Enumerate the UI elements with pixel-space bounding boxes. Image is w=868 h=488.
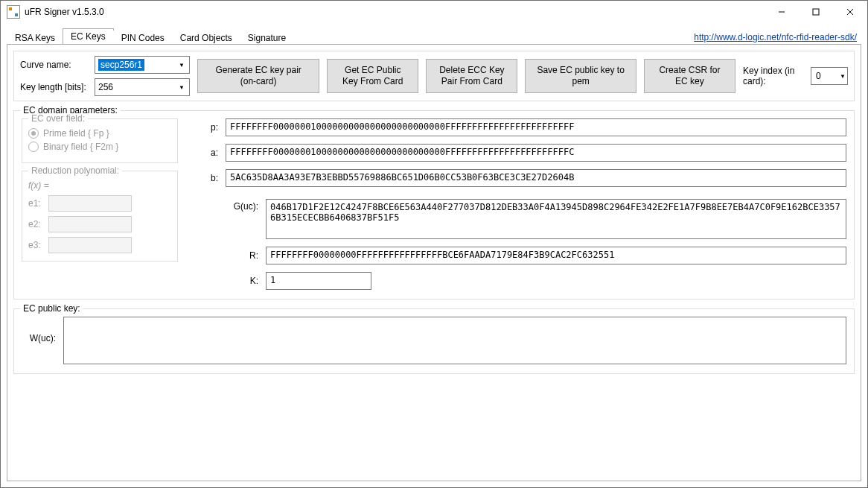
w-label: W(uc):	[22, 317, 56, 343]
maximize-button[interactable]	[799, 1, 833, 23]
button-label: Delete ECC Key Pair From Card	[435, 65, 508, 87]
curve-name-combo[interactable]: secp256r1 ▼	[95, 56, 190, 74]
chevron-down-icon: ▼	[176, 84, 188, 91]
tab-card-objects[interactable]: Card Objects	[172, 31, 240, 45]
key-length-combo[interactable]: 256 ▼	[95, 78, 190, 96]
g-input[interactable]: 046B17D1F2E12C4247F8BCE6E563A440F277037D…	[266, 199, 846, 239]
params-row: EC over field: Prime field { Fp } Binary…	[22, 118, 846, 290]
r-input[interactable]: FFFFFFFF00000000FFFFFFFFFFFFFFFFBCE6FAAD…	[266, 247, 846, 264]
curve-name-label: Curve name:	[20, 60, 87, 70]
ec-public-key: EC public key: W(uc):	[13, 308, 855, 374]
key-length-row: Key length [bits]: 256 ▼	[20, 78, 190, 96]
tab-pin-codes[interactable]: PIN Codes	[113, 31, 173, 45]
ec-public-key-legend: EC public key:	[20, 303, 83, 314]
a-label: a:	[188, 148, 218, 158]
ec-over-field: EC over field: Prime field { Fp } Binary…	[22, 118, 178, 163]
prime-field-radio	[28, 128, 39, 139]
a-input[interactable]: FFFFFFFF00000001000000000000000000000000…	[226, 144, 846, 162]
fx-label: f(x) =	[28, 180, 171, 191]
b-label: b:	[188, 173, 218, 183]
toolbar: Curve name: secp256r1 ▼ Key length [bits…	[13, 51, 855, 101]
key-length-label: Key length [bits]:	[20, 82, 87, 92]
e3-row: e3:	[28, 237, 171, 253]
key-index-value: 0	[816, 71, 821, 81]
button-label: Save EC public key to pem	[534, 65, 626, 87]
delete-keypair-button[interactable]: Delete ECC Key Pair From Card	[426, 59, 517, 93]
ec-domain-params: EC domain parameters: EC over field: Pri…	[13, 110, 855, 300]
tabs: RSA Keys EC Keys PIN Codes Card Objects …	[7, 28, 293, 44]
svg-rect-1	[813, 9, 819, 15]
tab-panel-ec-keys: Curve name: secp256r1 ▼ Key length [bits…	[7, 44, 861, 481]
binary-field-radio	[28, 142, 39, 152]
e3-label: e3:	[28, 240, 41, 250]
tab-label: Signature	[248, 33, 286, 43]
titlebar-left: uFR Signer v1.5.3.0	[7, 5, 104, 19]
app-icon	[7, 5, 20, 19]
params-left-col: EC over field: Prime field { Fp } Binary…	[22, 118, 178, 290]
get-public-key-button[interactable]: Get EC Public Key From Card	[327, 59, 418, 93]
create-csr-button[interactable]: Create CSR for EC key	[644, 59, 735, 93]
tab-label: Card Objects	[180, 33, 232, 43]
params-right-col: p: FFFFFFFF00000001000000000000000000000…	[188, 118, 846, 290]
k-input[interactable]: 1	[266, 272, 371, 290]
app-window: uFR Signer v1.5.3.0 RSA Keys EC Keys PIN…	[0, 0, 868, 488]
client-area: RSA Keys EC Keys PIN Codes Card Objects …	[1, 23, 867, 487]
reduction-polynomial-legend: Reduction polynomial:	[28, 165, 122, 176]
sdk-link[interactable]: http://www.d-logic.net/nfc-rfid-reader-s…	[694, 32, 857, 42]
tab-label: PIN Codes	[121, 33, 165, 43]
prime-field-label: Prime field { Fp }	[43, 128, 109, 139]
key-index: Key index (in card): 0 ▼	[743, 66, 848, 86]
e1-input	[48, 195, 132, 212]
w-input[interactable]	[63, 317, 846, 364]
key-index-label: Key index (in card):	[743, 66, 805, 86]
top-row: RSA Keys EC Keys PIN Codes Card Objects …	[7, 28, 861, 44]
p-label: p:	[188, 122, 218, 133]
g-row: G(uc): 046B17D1F2E12C4247F8BCE6E563A440F…	[229, 199, 846, 239]
key-length-value: 256	[98, 82, 113, 92]
tab-signature[interactable]: Signature	[240, 31, 294, 45]
r-label: R:	[229, 250, 258, 261]
prime-field-radio-row: Prime field { Fp }	[28, 128, 171, 139]
binary-field-radio-row: Binary field { F2m }	[28, 142, 171, 152]
k-row: K: 1	[229, 272, 846, 290]
titlebar: uFR Signer v1.5.3.0	[1, 1, 867, 23]
e2-input	[48, 216, 132, 232]
e1-label: e1:	[28, 198, 41, 209]
save-pem-button[interactable]: Save EC public key to pem	[525, 59, 636, 93]
p-input[interactable]: FFFFFFFF00000001000000000000000000000000…	[226, 118, 846, 136]
tab-rsa-keys[interactable]: RSA Keys	[7, 31, 63, 45]
tab-label: RSA Keys	[15, 33, 55, 43]
close-button[interactable]	[833, 1, 867, 23]
close-icon	[846, 8, 854, 16]
g-label: G(uc):	[229, 199, 258, 212]
e2-row: e2:	[28, 216, 171, 232]
b-input[interactable]: 5AC635D8AA3A93E7B3EBBD55769886BC651D06B0…	[226, 169, 846, 187]
w-row: W(uc):	[22, 317, 846, 364]
curve-name-value: secp256r1	[98, 59, 144, 71]
tab-ec-keys[interactable]: EC Keys	[63, 28, 114, 45]
e1-row: e1:	[28, 195, 171, 212]
tab-label: EC Keys	[71, 31, 106, 42]
binary-field-label: Binary field { F2m }	[43, 142, 118, 152]
button-label: Create CSR for EC key	[654, 65, 726, 87]
reduction-polynomial: Reduction polynomial: f(x) = e1: e2:	[22, 171, 178, 262]
key-index-combo[interactable]: 0 ▼	[811, 67, 848, 85]
b-row: b: 5AC635D8AA3A93E7B3EBBD55769886BC651D0…	[188, 169, 846, 187]
p-row: p: FFFFFFFF00000001000000000000000000000…	[188, 118, 846, 136]
r-row: R: FFFFFFFF00000000FFFFFFFFFFFFFFFFBCE6F…	[229, 247, 846, 264]
curve-settings: Curve name: secp256r1 ▼ Key length [bits…	[20, 56, 190, 96]
minimize-button[interactable]	[765, 1, 799, 23]
button-label: Generate EC key pair (on-card)	[207, 65, 310, 87]
ec-over-field-legend: EC over field:	[28, 113, 88, 124]
window-title: uFR Signer v1.5.3.0	[25, 7, 104, 17]
k-label: K:	[229, 276, 258, 286]
minimize-icon	[778, 8, 785, 16]
generate-keypair-button[interactable]: Generate EC key pair (on-card)	[197, 59, 319, 93]
window-controls	[765, 1, 867, 23]
button-label: Get EC Public Key From Card	[336, 65, 409, 87]
chevron-down-icon: ▼	[840, 73, 846, 80]
e3-input	[48, 237, 132, 253]
a-row: a: FFFFFFFF00000001000000000000000000000…	[188, 144, 846, 162]
e2-label: e2:	[28, 219, 41, 229]
curve-name-row: Curve name: secp256r1 ▼	[20, 56, 190, 74]
